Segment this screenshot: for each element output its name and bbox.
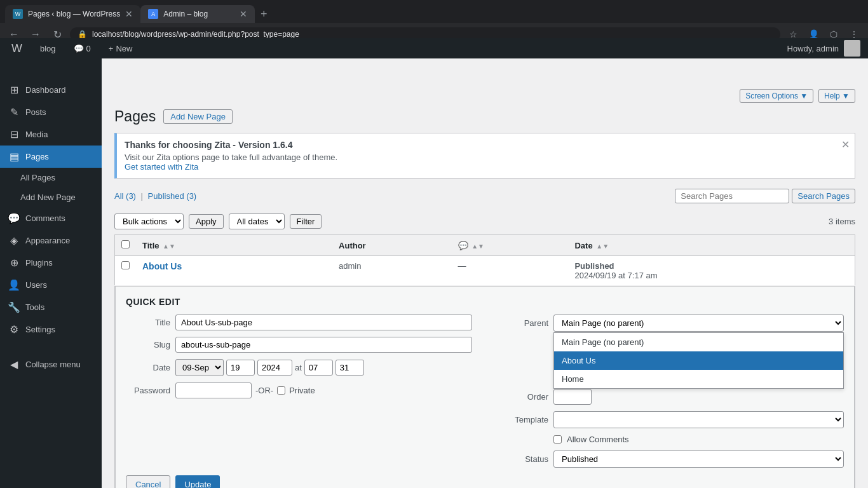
dates-select[interactable]: All dates xyxy=(229,214,285,229)
browser-tab-pages[interactable]: W Pages ‹ blog — WordPress ✕ xyxy=(5,5,140,23)
filter-button[interactable]: Filter xyxy=(290,214,322,229)
qe-allow-comments-checkbox[interactable] xyxy=(553,435,562,444)
row-author-cell: admin xyxy=(332,256,451,286)
page-title: Pages xyxy=(114,108,156,125)
help-button[interactable]: Help ▼ xyxy=(818,89,855,103)
th-author: Author xyxy=(332,235,451,256)
qe-password-input[interactable] xyxy=(175,383,252,398)
qe-parent-select[interactable]: Main Page (no parent) About Us Home xyxy=(553,315,844,332)
qe-template-select[interactable] xyxy=(553,411,844,428)
qe-private-label: Private xyxy=(289,386,315,395)
select-all-checkbox[interactable] xyxy=(121,240,130,248)
new-tab-button[interactable]: + xyxy=(255,5,273,23)
th-title: Title ▲▼ xyxy=(136,235,332,256)
address-text: localhost/blog/wordpress/wp-admin/edit.p… xyxy=(92,30,299,39)
qe-slug-field: Slug xyxy=(126,337,472,353)
parent-option-home[interactable]: Home xyxy=(554,370,843,388)
qe-title-input[interactable] xyxy=(175,315,472,330)
posts-icon: ✎ xyxy=(8,106,20,118)
parent-option-main[interactable]: Main Page (no parent) xyxy=(554,333,843,351)
notice-title: Thanks for choosing Zita - Version 1.6.4 xyxy=(125,140,847,150)
dashboard-icon: ⊞ xyxy=(8,84,20,96)
new-content-item[interactable]: + New xyxy=(105,38,137,58)
page-header: Pages Add New Page xyxy=(114,108,855,125)
qe-status-field: Status Published Draft Pending Review xyxy=(498,451,844,468)
sidebar-subitem-add-page[interactable]: Add New Page xyxy=(0,187,102,207)
qe-password-field: Password -OR- Private xyxy=(126,383,472,398)
qe-slug-input[interactable] xyxy=(175,337,472,353)
qe-status-select[interactable]: Published Draft Pending Review xyxy=(553,451,844,468)
comments-count: 0 xyxy=(86,44,91,53)
comments-item[interactable]: 💬 0 xyxy=(70,38,95,58)
main-content: Screen Options ▼ Help ▼ Pages Add New Pa… xyxy=(102,58,868,488)
update-button[interactable]: Update xyxy=(175,475,220,488)
screen-options-button[interactable]: Screen Options ▼ xyxy=(740,89,813,103)
sidebar-collapse-menu[interactable]: ◀ Collapse menu xyxy=(0,353,102,376)
howdy-text: Howdy, admin xyxy=(787,44,839,53)
cancel-button[interactable]: Cancel xyxy=(126,475,170,488)
sidebar: ⊞ Dashboard ✎ Posts ⊟ Media ▤ Pages All … xyxy=(0,58,102,488)
tab-close-admin[interactable]: ✕ xyxy=(240,9,247,19)
bulk-actions-select[interactable]: Bulk actions xyxy=(114,214,184,229)
sidebar-label-pages: Pages xyxy=(25,152,49,161)
date-status: Published xyxy=(574,261,614,271)
qe-month-select[interactable]: 09-Sep xyxy=(175,359,224,376)
sidebar-item-posts[interactable]: ✎ Posts xyxy=(0,101,102,123)
sidebar-subitem-all-pages[interactable]: All Pages xyxy=(0,168,102,187)
qe-date-label: Date xyxy=(126,363,170,372)
qe-actions: Cancel Update xyxy=(126,475,844,488)
qe-min-input[interactable] xyxy=(336,360,364,376)
tab-favicon-admin: A xyxy=(148,9,158,19)
admin-avatar[interactable] xyxy=(844,40,860,57)
site-name-item[interactable]: blog xyxy=(36,38,60,58)
search-button[interactable]: Search Pages xyxy=(792,189,855,203)
sidebar-item-settings[interactable]: ⚙ Settings xyxy=(0,318,102,341)
sidebar-item-pages[interactable]: ▤ Pages xyxy=(0,146,102,168)
row-checkbox[interactable] xyxy=(121,261,130,269)
browser-tab-admin[interactable]: A Admin – blog ✕ xyxy=(140,5,255,23)
wp-logo-item[interactable]: W xyxy=(8,38,26,58)
parent-dropdown-menu: Main Page (no parent) About Us Home xyxy=(553,332,844,389)
all-pages-label: All Pages xyxy=(20,173,55,182)
qe-day-input[interactable] xyxy=(226,360,255,376)
notice-close-button[interactable]: ✕ xyxy=(841,139,850,151)
filter-tab-published[interactable]: Published (3) xyxy=(148,191,197,201)
tab-close-button[interactable]: ✕ xyxy=(125,9,133,19)
theme-notice: ✕ Thanks for choosing Zita - Version 1.6… xyxy=(114,133,855,179)
quick-edit-heading: QUICK EDIT xyxy=(126,297,844,307)
notice-text: Visit our Zita options page to take full… xyxy=(125,152,847,162)
qe-private-checkbox[interactable] xyxy=(277,386,285,395)
qe-year-input[interactable] xyxy=(257,360,292,376)
notice-link[interactable]: Get started with Zita xyxy=(125,162,198,172)
qe-template-field: Template xyxy=(498,411,844,428)
sidebar-item-tools[interactable]: 🔧 Tools xyxy=(0,296,102,318)
screen-options-bar: Screen Options ▼ Help ▼ xyxy=(114,89,855,103)
quick-edit-row: QUICK EDIT Title xyxy=(115,286,855,489)
qe-allow-comments-text: Allow Comments xyxy=(567,435,629,444)
tools-icon: 🔧 xyxy=(8,301,20,313)
date-value: 2024/09/19 at 7:17 am xyxy=(574,271,657,280)
sidebar-item-appearance[interactable]: ◈ Appearance xyxy=(0,229,102,252)
users-icon: 👤 xyxy=(8,279,20,291)
filter-tab-all[interactable]: All (3) xyxy=(114,191,136,201)
pages-table: Title ▲▼ Author 💬 ▲▼ Date ▲▼ Ab xyxy=(114,234,855,488)
sidebar-item-users[interactable]: 👤 Users xyxy=(0,274,102,296)
qe-order-input[interactable] xyxy=(553,389,592,405)
sidebar-item-media[interactable]: ⊟ Media xyxy=(0,123,102,146)
th-date: Date ▲▼ xyxy=(568,235,855,256)
qe-title-label: Title xyxy=(126,318,170,327)
add-new-page-button[interactable]: Add New Page xyxy=(163,109,233,124)
parent-option-about-us[interactable]: About Us xyxy=(554,351,843,370)
apply-button[interactable]: Apply xyxy=(189,214,224,229)
sidebar-label-dashboard: Dashboard xyxy=(25,85,66,95)
search-input[interactable] xyxy=(675,189,789,203)
sidebar-item-comments[interactable]: 💬 Comments xyxy=(0,207,102,229)
sidebar-item-plugins[interactable]: ⊕ Plugins xyxy=(0,252,102,274)
plugins-icon: ⊕ xyxy=(8,257,20,269)
plus-icon: + xyxy=(109,44,114,53)
qe-hour-input[interactable] xyxy=(304,360,333,376)
sidebar-label-comments: Comments xyxy=(25,214,65,223)
sidebar-item-dashboard[interactable]: ⊞ Dashboard xyxy=(0,79,102,101)
qe-allow-comments-field: Allow Comments xyxy=(498,435,844,444)
page-title-link-about-us[interactable]: About Us xyxy=(142,261,182,271)
